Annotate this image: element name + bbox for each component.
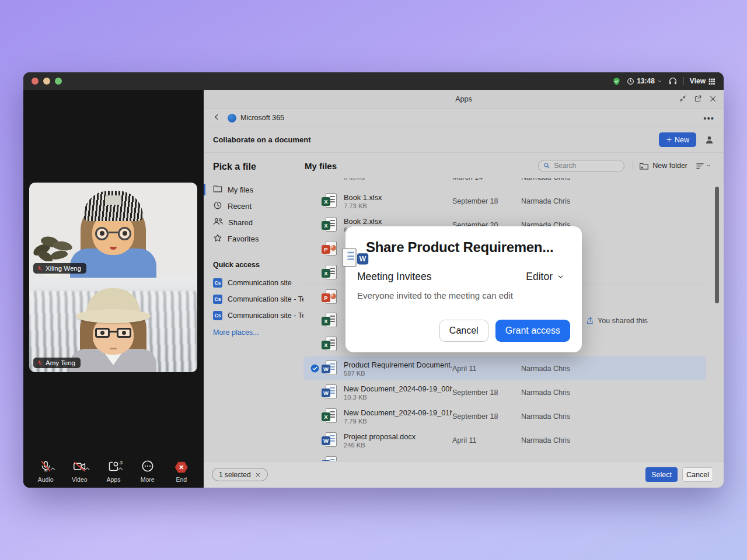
file-name: Book 2.xlsx: [344, 217, 452, 226]
apps-panel-title: Apps: [455, 95, 472, 103]
quick-access-heading: Quick access: [213, 261, 303, 269]
file-owner: Narmada Chris: [521, 388, 587, 397]
footer-cancel-button[interactable]: Cancel: [682, 467, 713, 482]
minimize-window-button[interactable]: [43, 78, 50, 85]
selected-check-icon: [310, 364, 319, 373]
scrollbar-thumb[interactable]: [715, 187, 719, 303]
close-window-button[interactable]: [32, 78, 39, 85]
apps-panel-header: Apps: [204, 90, 724, 109]
folder-icon: [213, 184, 222, 195]
video-control-button[interactable]: Video: [64, 460, 95, 483]
file-date: September 18: [452, 197, 521, 205]
meeting-video-strip: Xiling Weng Amy Teng: [23, 90, 204, 488]
permission-dropdown[interactable]: Editor: [526, 271, 564, 283]
file-size: 10.3 KB: [344, 394, 452, 401]
end-control-button[interactable]: ✕End: [166, 460, 197, 483]
sort-icon: [696, 162, 704, 170]
apps-control-button[interactable]: 3Apps: [98, 460, 128, 483]
window-titlebar: 13:48 View: [23, 72, 724, 90]
more-options-icon[interactable]: •••: [703, 113, 714, 123]
word-file-icon: W: [322, 360, 337, 377]
chevron-up-icon[interactable]: [118, 463, 123, 473]
sidebar-item-my-files[interactable]: My files: [213, 181, 303, 198]
chevron-up-icon[interactable]: [50, 463, 55, 473]
search-icon: [543, 162, 550, 169]
shared-label: You shared this: [598, 317, 648, 325]
security-shield-icon[interactable]: [612, 77, 621, 86]
control-label: Video: [72, 476, 88, 483]
sidebar-title: Pick a file: [213, 162, 303, 172]
file-owner: Narmada Chris: [521, 436, 587, 444]
table-row[interactable]: XNew Document_2024-09-19_01h-45m...7.79 …: [303, 404, 706, 428]
zoom-meeting-window: 13:48 View: [23, 72, 724, 488]
file-owner: Narmada Chris: [521, 178, 587, 181]
audio-control-button[interactable]: Audio: [30, 460, 61, 483]
search-box[interactable]: [538, 160, 624, 172]
quick-access-label: Communication site - Te...: [228, 295, 303, 303]
app-name: Microsoft 365: [240, 114, 284, 122]
more-control-button[interactable]: More: [132, 460, 163, 483]
select-button[interactable]: Select: [645, 467, 678, 482]
quick-access-item[interactable]: CsCommunication site: [213, 275, 303, 291]
quick-access-item[interactable]: CsCommunication site - Te...: [213, 291, 303, 307]
table-row[interactable]: WNew Document_2024-09-19_00h-22m...10.3 …: [303, 380, 706, 404]
open-in-new-window-icon[interactable]: [694, 94, 702, 105]
meeting-controls: AudioVideo3AppsMore✕End: [23, 455, 204, 485]
quick-access-label: Communication site - Te...: [228, 312, 303, 320]
microsoft-365-logo: [228, 114, 236, 123]
sidebar-item-label: My files: [228, 186, 253, 194]
file-name: New Document_2024-09-19_01h-45m...: [344, 408, 452, 417]
sidebar-item-favorites[interactable]: Favorites: [213, 230, 303, 247]
close-panel-icon[interactable]: [709, 94, 717, 105]
table-row[interactable]: WProduct Requirement Document.docx587 KB…: [303, 356, 706, 380]
table-row[interactable]: W: [303, 452, 706, 461]
mic-muted-icon: [37, 360, 43, 366]
chevron-up-icon[interactable]: [85, 463, 90, 473]
back-button[interactable]: [213, 113, 221, 123]
grant-access-button[interactable]: Grant access: [495, 320, 570, 342]
file-owner: Narmada Chris: [521, 197, 587, 205]
file-date: March 14: [452, 178, 521, 181]
file-size: 7.73 KB: [344, 202, 452, 209]
pop-in-icon[interactable]: [679, 94, 687, 105]
collaborate-toolbar: Collaborate on a document New: [204, 127, 724, 153]
sidebar-item-label: Favorites: [228, 235, 259, 243]
plus-icon: [666, 136, 672, 143]
more-places-link[interactable]: More places...: [213, 328, 303, 337]
favorites-star-icon: [213, 233, 222, 244]
table-row[interactable]: XBook 1.xlsx7.73 KBSeptember 18Narmada C…: [303, 189, 706, 213]
search-input[interactable]: [554, 162, 612, 170]
chevron-down-icon: [557, 273, 564, 281]
video-tile-amy-teng[interactable]: Amy Teng: [29, 278, 197, 372]
audience-label: Meeting Invitees: [357, 271, 431, 283]
account-person-icon[interactable]: [704, 135, 714, 145]
modal-cancel-button[interactable]: Cancel: [439, 320, 488, 342]
table-row[interactable]: 0 itemsMarch 14Narmada Chris: [303, 178, 706, 189]
meeting-timer[interactable]: 13:48: [627, 77, 662, 85]
new-folder-button[interactable]: New folder: [639, 162, 687, 170]
sort-button[interactable]: [696, 162, 711, 170]
excel-file-icon: X: [322, 312, 337, 329]
new-document-button[interactable]: New: [659, 132, 696, 147]
desktop-background: 13:48 View: [0, 0, 747, 560]
video-tile-xiling-weng[interactable]: Xiling Weng: [29, 183, 197, 278]
sidebar-item-shared[interactable]: Shared: [213, 214, 303, 230]
shared-people-icon: [213, 217, 223, 228]
table-row[interactable]: WProject proposal.docx246 KBApril 11Narm…: [303, 428, 706, 452]
file-name: Project proposal.docx: [344, 432, 452, 441]
file-date: September 18: [452, 388, 521, 397]
meeting-time: 13:48: [637, 77, 655, 85]
view-button[interactable]: View: [690, 77, 715, 85]
fullscreen-window-button[interactable]: [55, 78, 62, 85]
file-owner: Narmada Chris: [521, 412, 587, 421]
file-size: 7.79 KB: [344, 418, 452, 425]
sidebar-item-label: Shared: [228, 218, 253, 227]
word-file-icon: W: [322, 456, 337, 461]
selected-count-chip[interactable]: 1 selected: [212, 468, 268, 481]
file-date: April 11: [452, 365, 521, 373]
quick-access-item[interactable]: CsCommunication site - Te...: [213, 307, 303, 324]
sidebar-item-recent[interactable]: Recent: [213, 198, 303, 214]
sidebar-item-label: Recent: [228, 202, 252, 211]
file-name: New Document_2024-09-19_00h-22m...: [344, 384, 452, 393]
headphones-icon[interactable]: [668, 76, 678, 86]
